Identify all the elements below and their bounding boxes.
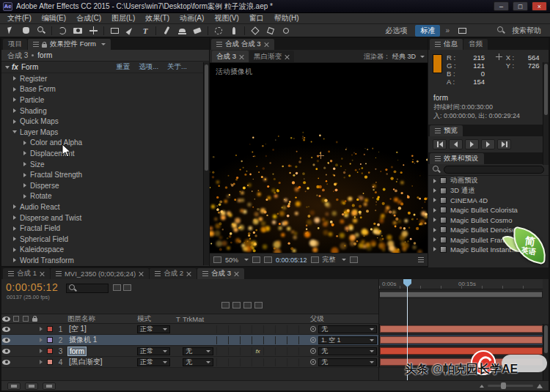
t-header[interactable]: T (174, 315, 183, 323)
fx-switch[interactable] (252, 325, 263, 333)
mode-header[interactable]: 模式 (137, 314, 174, 324)
tab-info[interactable]: 信息 (430, 39, 463, 50)
layer-name-header[interactable]: 图层名称 (66, 314, 137, 324)
menu-item[interactable]: 合成(C) (71, 13, 106, 23)
close-comp-icon[interactable] (285, 54, 290, 59)
renderer-value[interactable]: 经典 3D (392, 52, 416, 62)
layer-row[interactable]: 3 form 正常 无 fx (1, 346, 549, 357)
eraser-tool-icon[interactable] (190, 25, 205, 36)
clone-stamp-tool-icon[interactable] (175, 25, 189, 36)
menu-item[interactable]: 视图(V) (209, 13, 243, 23)
frame-blending-icon[interactable] (232, 302, 241, 308)
work-area-range[interactable] (380, 292, 542, 297)
group-expander-icon[interactable] (23, 194, 26, 199)
timeline-tab[interactable]: 合成 1 (3, 268, 50, 279)
menu-item[interactable]: 图层(L) (106, 13, 140, 23)
effect-expander-icon[interactable] (5, 66, 10, 69)
maximize-button[interactable]: □ (513, 1, 528, 11)
effects-category-row[interactable]: Magic Bullet Colorista (428, 205, 549, 215)
effects-category-row[interactable]: 动画预设 (428, 176, 549, 185)
timeline-tab[interactable]: 合成 3 (197, 268, 244, 279)
draft-3d-icon[interactable] (123, 284, 131, 291)
layer-expander-icon[interactable] (40, 360, 43, 364)
composition-viewport[interactable]: 活动摄像机 (210, 63, 428, 253)
search-help-label[interactable]: 搜索帮助 (506, 26, 547, 36)
effect-group-row[interactable]: Size (1, 159, 209, 170)
effect-group-row[interactable]: Disperse and Twist (1, 212, 209, 223)
eye-icon[interactable] (2, 338, 10, 343)
group-expander-icon[interactable] (13, 248, 16, 252)
scrollbar-thumb[interactable] (544, 64, 548, 115)
effects-category-row[interactable]: 3D 通道 (428, 185, 549, 195)
pickwhip-icon[interactable] (310, 359, 316, 365)
camera-point-of-interest-icon[interactable] (317, 152, 324, 159)
roto-brush-tool-icon[interactable] (211, 25, 226, 36)
timeline-tab[interactable]: 合成 2 (150, 268, 197, 279)
adjustment-switch[interactable] (287, 347, 298, 355)
expand-panel-icon[interactable] (213, 256, 221, 263)
effect-controls-scrollbar[interactable] (203, 62, 209, 265)
zoom-slider-thumb[interactable] (501, 382, 506, 389)
layer-color-chip[interactable] (47, 348, 53, 354)
tab-audio[interactable]: 音频 (463, 39, 488, 50)
effect-header-row[interactable]: fx Form 重置选项...关于... (1, 62, 209, 73)
resolution-value[interactable]: 完整 (323, 255, 336, 265)
next-frame-button[interactable] (481, 139, 495, 149)
quality-switch[interactable] (240, 358, 252, 366)
tab-composition[interactable]: 合成 合成 3 (211, 39, 274, 50)
collapse-switch[interactable] (228, 347, 240, 355)
effect-group-row[interactable]: Particle (1, 95, 209, 106)
scrollbar-thumb[interactable] (544, 325, 548, 353)
work-area-bar[interactable] (379, 291, 543, 298)
timeline-scrollbar[interactable] (543, 324, 549, 380)
menu-item[interactable]: 动画(A) (175, 13, 209, 23)
scrollbar-thumb[interactable] (205, 64, 208, 171)
effect-name[interactable]: Form (21, 63, 38, 71)
motion-blur-switch[interactable] (275, 336, 287, 344)
graph-editor-icon[interactable] (254, 302, 263, 308)
zoom-in-icon[interactable] (537, 384, 543, 388)
layer-expander-icon[interactable] (40, 338, 43, 342)
effects-scrollbar[interactable] (543, 62, 549, 165)
zoom-dropdown-icon[interactable] (244, 259, 249, 261)
pickwhip-icon[interactable] (310, 326, 316, 332)
shy-switch[interactable] (216, 325, 228, 333)
selection-tool-icon[interactable] (3, 25, 18, 36)
motion-blur-switch[interactable] (275, 347, 287, 355)
layer-color-chip[interactable] (47, 337, 53, 343)
group-expander-icon[interactable] (13, 237, 16, 241)
video-column-icon[interactable] (2, 317, 10, 322)
rotation-tool-icon[interactable] (55, 25, 70, 36)
group-expander-icon[interactable] (13, 226, 16, 231)
group-expander-icon[interactable] (13, 108, 16, 113)
layer-duration-bar[interactable] (380, 336, 543, 344)
composition-mini-flowchart-icon[interactable] (113, 284, 121, 291)
lock-column-icon[interactable] (32, 318, 37, 322)
effect-group-row[interactable]: Layer Maps (1, 127, 209, 138)
effect-group-row[interactable]: Audio React (1, 201, 209, 212)
trkmat-header[interactable]: TrkMat (183, 315, 216, 323)
adjustment-switch[interactable] (287, 358, 298, 366)
puppet-pin-tool-icon[interactable] (227, 25, 241, 36)
blend-mode-dropdown[interactable]: 正常 (137, 358, 170, 366)
frame-blend-switch[interactable] (263, 347, 275, 355)
grid-options-icon[interactable] (252, 256, 260, 263)
effects-category-row[interactable]: CINEMA 4D (428, 196, 549, 205)
menu-item[interactable]: 编辑(E) (37, 13, 71, 23)
tab-effects-presets[interactable]: 效果和预设 (430, 153, 484, 164)
group-expander-icon[interactable] (13, 204, 16, 209)
eye-icon[interactable] (2, 349, 10, 354)
pen-tool-icon[interactable] (122, 25, 137, 36)
category-expander-icon[interactable] (433, 188, 436, 193)
effect-group-row[interactable]: Fractal Strength (1, 169, 209, 180)
blend-mode-dropdown[interactable]: 正常 (137, 325, 170, 333)
frame-blend-switch[interactable] (263, 336, 275, 344)
effects-category-row[interactable]: Magic Bullet Cosmo (428, 215, 549, 225)
layer-track[interactable] (379, 335, 549, 345)
effect-group-row[interactable]: Disperse (1, 180, 209, 191)
hand-tool-icon[interactable] (18, 25, 33, 36)
expand-transfer-controls-icon[interactable] (25, 382, 38, 390)
effect-link[interactable]: 选项... (139, 62, 158, 72)
threed-switch[interactable] (298, 358, 310, 366)
group-expander-icon[interactable] (23, 183, 26, 188)
